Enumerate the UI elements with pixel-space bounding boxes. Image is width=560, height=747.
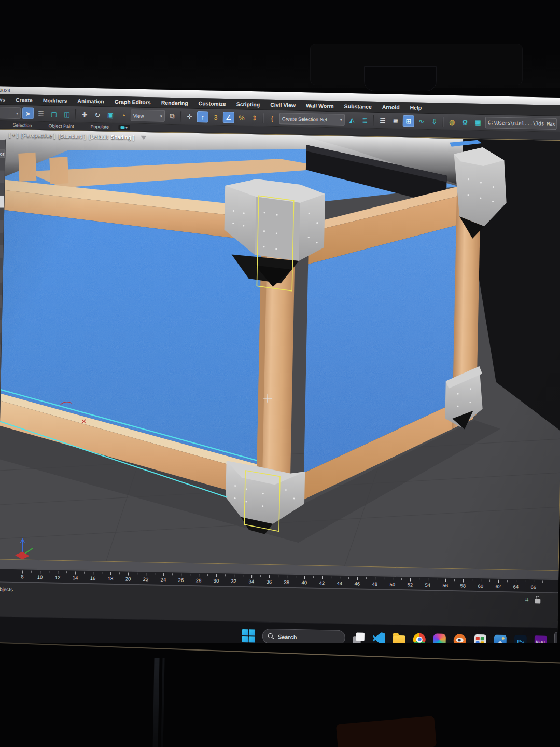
viewport-shading-menu[interactable]: [Default Shading ] [89, 134, 135, 141]
percent-snap-toggle-icon[interactable]: % [236, 112, 247, 123]
ribbon-tab-object-paint[interactable]: Object Paint [41, 123, 81, 129]
frozen-row[interactable]: ❅ [0, 270, 3, 283]
mirror-icon[interactable]: ◭ [346, 114, 358, 126]
frozen-row[interactable]: ❅ [0, 208, 4, 220]
placement-tool-icon[interactable]: ⧉ [166, 110, 178, 122]
search-label: Search [278, 633, 297, 640]
menu-item-views[interactable]: Views [0, 95, 10, 104]
menu-item-arnold[interactable]: Arnold [377, 103, 404, 112]
select-and-place-icon[interactable]: ↑ [197, 111, 208, 122]
menu-item-substance[interactable]: Substance [340, 102, 376, 111]
named-selection-set-dropdown[interactable]: Create Selection Set▾ [279, 113, 345, 126]
viewport-filter-icon[interactable] [141, 136, 147, 140]
menu-item-animation[interactable]: Animation [73, 96, 109, 105]
render-setup-icon[interactable]: ⚙ [459, 116, 471, 128]
ruler-tick-minor [49, 571, 49, 573]
ruler-tick-major [516, 580, 516, 584]
selection-region-icon[interactable]: ▢ [48, 108, 60, 119]
reference-coordinate-system-dropdown[interactable]: View▾ [131, 109, 165, 121]
ruler-tick-major [251, 575, 252, 578]
ruler-tick-major [146, 573, 146, 576]
frozen-row[interactable]: ❅ [0, 257, 3, 270]
selection-filter-dropdown[interactable]: All▾ [0, 107, 21, 119]
ruler-tick-minor [472, 579, 472, 582]
snaps-toggle-3d-icon[interactable]: 3 [210, 112, 221, 123]
menu-item-civil-view[interactable]: Civil View [265, 101, 300, 109]
ruler-tick-major [304, 576, 305, 579]
select-object-icon[interactable]: ➤ [22, 107, 34, 119]
ruler-tick-minor [84, 572, 85, 574]
ruler-tick-major [269, 575, 270, 578]
toolbar-separator [75, 109, 76, 119]
snap-move-icon[interactable]: ✛ [184, 110, 195, 122]
scene-explorer-list-icon[interactable]: ☰ [377, 115, 388, 126]
select-and-scale-icon[interactable]: ▣ [105, 109, 116, 120]
viewport-general-menu[interactable]: [ + ] [9, 132, 18, 138]
select-and-move-icon[interactable]: ✚ [79, 108, 90, 120]
frozen-row[interactable]: ❅ [0, 220, 4, 233]
frozen-row[interactable]: ❅ [0, 320, 2, 333]
ruler-frame-number: 10 [37, 574, 43, 580]
angle-snap-toggle-icon[interactable]: ∠ [223, 112, 234, 123]
frozen-row[interactable]: ❅ [0, 307, 2, 320]
viewport-renderer-menu[interactable]: [Standard ] [59, 133, 86, 140]
toolbar-separator [180, 111, 181, 121]
schematic-view-icon[interactable]: ⇩ [429, 116, 440, 127]
material-editor-icon[interactable]: ◍ [446, 116, 458, 128]
frozen-row[interactable]: ❅ [0, 369, 1, 382]
start-button[interactable] [242, 629, 256, 643]
menu-item-modifiers[interactable]: Modifiers [38, 96, 72, 105]
perspective-viewport[interactable]: [ + ] [Perspective ] [Standard ] [Defaul… [0, 129, 560, 571]
ruler-frame-number: 32 [231, 578, 237, 584]
menu-item-rendering[interactable]: Rendering [157, 98, 193, 107]
select-and-manipulate-icon[interactable]: ◔ [118, 109, 129, 121]
menu-item-help[interactable]: Help [405, 103, 426, 112]
frozen-row[interactable]: ❅ [0, 332, 1, 345]
ruler-frame-number: 24 [161, 577, 166, 583]
ribbon-tab-populate[interactable]: Populate [83, 124, 116, 130]
asset-tracking-icon[interactable]: ▤ [558, 118, 560, 130]
menu-item-graph-editors[interactable]: Graph Editors [110, 98, 156, 107]
edit-named-selection-sets-icon[interactable]: { [267, 113, 278, 124]
menu-item-scripting[interactable]: Scripting [232, 100, 265, 108]
layer-explorer-icon[interactable]: ≣ [390, 115, 401, 126]
frozen-column-header[interactable]: ▲ Frozen [0, 149, 5, 158]
viewport-pov-menu[interactable]: [Perspective ] [21, 132, 55, 139]
selection-lock-icon[interactable] [535, 599, 540, 603]
frozen-row[interactable]: ❅ [0, 382, 1, 395]
ruler-tick-major [445, 579, 446, 582]
frozen-row[interactable]: ❅ [0, 183, 4, 196]
viewport-3d-scene[interactable] [0, 129, 560, 570]
frozen-row[interactable]: ❅ [0, 245, 3, 258]
project-folder-dropdown[interactable]: C:\Users\niel...\3ds Max 2024▾ [485, 117, 557, 130]
align-icon[interactable]: ≣ [359, 114, 371, 126]
ruler-tick-major [498, 580, 499, 583]
toggle-ribbon-icon[interactable]: ⊞ [403, 115, 414, 127]
ruler-tick-minor [489, 580, 490, 582]
ruler-tick-major [163, 573, 164, 576]
ribbon-tab-selection[interactable]: Selection [5, 122, 39, 128]
frozen-row[interactable]: ❅ [0, 232, 3, 245]
menu-item-create[interactable]: Create [11, 95, 37, 104]
frozen-row[interactable]: ❅ [0, 170, 5, 183]
curve-editor-icon[interactable]: ∿ [416, 115, 427, 127]
frozen-row[interactable]: ❅ [0, 344, 1, 357]
rendered-frame-window-icon[interactable]: ▦ [472, 117, 484, 128]
ruler-tick-minor [31, 571, 32, 573]
frozen-row[interactable]: ❅ [0, 158, 5, 171]
spinner-snap-toggle-icon[interactable]: ⇕ [249, 112, 260, 123]
ruler-frame-number: 42 [319, 580, 325, 586]
menu-item-customize[interactable]: Customize [193, 99, 230, 108]
select-by-name-icon[interactable]: ☰ [35, 108, 47, 119]
frozen-row[interactable]: ❅ [0, 282, 2, 295]
ribbon-media-badge[interactable]: ▾ [118, 125, 130, 130]
menu-item-wall-worm[interactable]: Wall Worm [301, 101, 339, 110]
selection-region-status-icon[interactable]: ⌗ [525, 596, 528, 603]
window-crossing-toggle-icon[interactable]: ◫ [61, 108, 73, 120]
close-icon[interactable]: × [0, 139, 5, 150]
ruler-frame-number: 52 [407, 582, 413, 587]
select-and-rotate-icon[interactable]: ↻ [92, 109, 103, 120]
frozen-row[interactable]: ❅ [0, 295, 2, 308]
frozen-row[interactable]: ❅ [0, 195, 4, 208]
frozen-row[interactable]: ❅ [0, 357, 1, 370]
